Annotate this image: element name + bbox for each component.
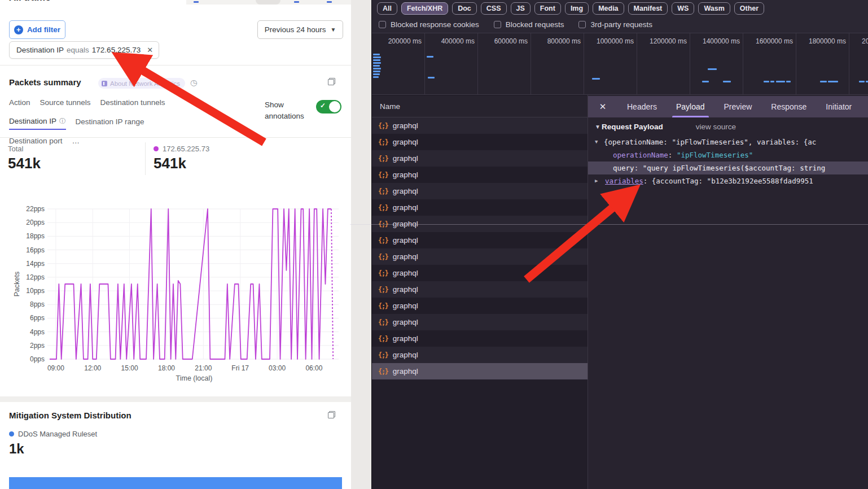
about-network-analytics-badge[interactable]: About Network Analytics: [98, 78, 185, 89]
toggle-knob: [329, 101, 340, 112]
filter-pill-doc[interactable]: Doc: [452, 2, 477, 15]
name-column-label: Name: [380, 102, 400, 111]
request-activity-mark: [373, 56, 381, 58]
request-name: graphql: [393, 203, 418, 212]
svg-text:Fri 17: Fri 17: [231, 364, 249, 372]
divider: [145, 142, 146, 175]
expand-triangle-icon[interactable]: ▶: [595, 174, 598, 187]
filter-pill-fetch-xhr[interactable]: Fetch/XHR: [401, 2, 448, 15]
checkbox-blocked-response-cookies[interactable]: Blocked response cookies: [379, 20, 479, 29]
detail-tab-preview[interactable]: Preview: [714, 96, 762, 117]
window-gap: [351, 0, 371, 489]
svg-text:06:00: 06:00: [305, 364, 322, 372]
payload-row-variables[interactable]: ▶ variables: {accountTag: "b12e3b2192ee5…: [588, 174, 868, 187]
stat-total-value: 541k: [8, 155, 41, 172]
filter-pill-ws[interactable]: WS: [672, 2, 694, 15]
close-icon[interactable]: ✕: [588, 102, 617, 112]
svg-text:20pps: 20pps: [26, 219, 45, 226]
request-activity-mark: [373, 76, 379, 78]
payload-row-operationName[interactable]: operationName: "ipFlowTimeseries": [588, 149, 868, 161]
expand-card-icon[interactable]: [328, 411, 335, 418]
fetch-xhr-icon: {;}: [378, 155, 388, 163]
filter-pill-img[interactable]: Img: [565, 2, 589, 15]
detail-tab-payload[interactable]: Payload: [667, 96, 714, 117]
request-row[interactable]: {;}graphql: [372, 150, 588, 167]
payload-preview-line[interactable]: ▼ {operationName: "ipFlowTimeseries", va…: [588, 136, 868, 149]
tab-destination-ip-range[interactable]: Destination IP range: [76, 117, 144, 130]
request-row[interactable]: {;}graphql: [372, 216, 588, 232]
fetch-xhr-icon: {;}: [378, 269, 388, 277]
request-row[interactable]: {;}graphql: [372, 281, 588, 298]
fetch-xhr-icon: {;}: [378, 286, 388, 294]
payload-row-query[interactable]: query: "query ipFlowTimeseries($accountT…: [588, 161, 868, 174]
filter-pill-all[interactable]: All: [377, 2, 397, 15]
request-activity-mark: [786, 81, 791, 82]
request-row[interactable]: {;}graphql: [372, 134, 588, 150]
mitigation-legend: DDoS Managed Ruleset: [9, 430, 97, 438]
detail-tab-headers[interactable]: Headers: [617, 96, 667, 117]
svg-text:09:00: 09:00: [47, 364, 64, 372]
request-name: graphql: [393, 154, 418, 163]
filter-pill-other[interactable]: Other: [734, 2, 764, 15]
collapse-triangle-icon[interactable]: ▼: [595, 124, 600, 130]
remove-filter-icon[interactable]: ✕: [147, 46, 153, 54]
filter-pill-js[interactable]: JS: [511, 2, 531, 15]
fetch-xhr-icon: {;}: [378, 335, 388, 343]
fetch-xhr-icon: {;}: [378, 253, 388, 261]
request-row[interactable]: {;}graphql: [372, 167, 588, 183]
network-overview-timeline[interactable]: 200000 ms400000 ms600000 ms800000 ms1000…: [372, 33, 868, 95]
request-name: graphql: [393, 285, 418, 294]
request-row[interactable]: {;}graphql: [372, 183, 588, 199]
request-row[interactable]: {;}graphql: [372, 314, 588, 330]
tab-destination-tunnels[interactable]: Destination tunnels: [100, 98, 165, 110]
book-icon: [102, 81, 107, 86]
checkbox-3rd-party-requests[interactable]: 3rd-party requests: [578, 20, 652, 29]
request-row[interactable]: {;}graphql: [372, 330, 588, 347]
request-row[interactable]: {;}graphql: [372, 265, 588, 281]
checkbox-icon: [494, 21, 501, 28]
request-row[interactable]: {;}graphql: [372, 232, 588, 248]
filter-pill-font[interactable]: Font: [534, 2, 561, 15]
filter-chip[interactable]: Destination IP equals 172.65.225.73 ✕: [9, 41, 159, 59]
tab-more[interactable]: …: [72, 137, 80, 149]
payload-view: ▼ Request Payload view source ▼ {operati…: [588, 117, 868, 187]
tab-source-tunnels[interactable]: Source tunnels: [40, 98, 91, 110]
fetch-xhr-icon: {;}: [378, 187, 388, 195]
request-row[interactable]: {;}graphql: [372, 199, 588, 216]
expand-card-icon[interactable]: [328, 78, 335, 85]
svg-text:Time (local): Time (local): [176, 374, 213, 382]
timeline-section: 1400000 ms: [690, 33, 743, 95]
timeline-section: 1000000 ms: [584, 33, 637, 95]
request-row[interactable]: {;}graphql: [372, 298, 588, 314]
name-column-header[interactable]: Name: [372, 96, 588, 117]
timeline-section: 1200000 ms: [637, 33, 690, 95]
detail-tab-response[interactable]: Response: [761, 96, 816, 117]
request-name: graphql: [393, 351, 418, 359]
request-row[interactable]: {;}graphql: [372, 248, 588, 265]
time-range-dropdown[interactable]: Previous 24 hours ▼: [257, 20, 343, 39]
tab-destination-ip[interactable]: Destination IPⓘ: [9, 117, 66, 130]
request-name: graphql: [393, 318, 418, 326]
timeline-tick-label: 1000000 ms: [597, 37, 634, 45]
filter-pill-css[interactable]: CSS: [481, 2, 507, 15]
svg-text:14pps: 14pps: [26, 260, 45, 268]
filter-pill-wasm[interactable]: Wasm: [698, 2, 730, 15]
request-activity-mark: [702, 81, 709, 82]
request-row[interactable]: {;}graphql: [372, 117, 588, 134]
checkbox-blocked-requests[interactable]: Blocked requests: [494, 20, 564, 29]
json-string-value: "query ipFlowTimeseries($accountTag: str…: [643, 164, 826, 172]
request-name: graphql: [393, 138, 418, 146]
request-activity-mark: [866, 81, 868, 82]
request-row[interactable]: {;}graphql: [372, 347, 588, 363]
filter-pill-manifest[interactable]: Manifest: [628, 2, 668, 15]
detail-tab-initiator[interactable]: Initiator: [816, 96, 861, 117]
request-payload-title: Request Payload: [602, 123, 663, 131]
filter-pill-media[interactable]: Media: [593, 2, 624, 15]
view-source-link[interactable]: view source: [696, 123, 736, 131]
expand-triangle-icon[interactable]: ▼: [595, 136, 598, 149]
show-annotations-toggle[interactable]: ✓: [316, 100, 341, 113]
add-filter-button[interactable]: + Add filter: [9, 20, 65, 39]
tab-action[interactable]: Action: [9, 98, 30, 110]
fetch-xhr-icon: {;}: [378, 351, 388, 359]
request-row[interactable]: {;}graphql: [372, 363, 588, 379]
